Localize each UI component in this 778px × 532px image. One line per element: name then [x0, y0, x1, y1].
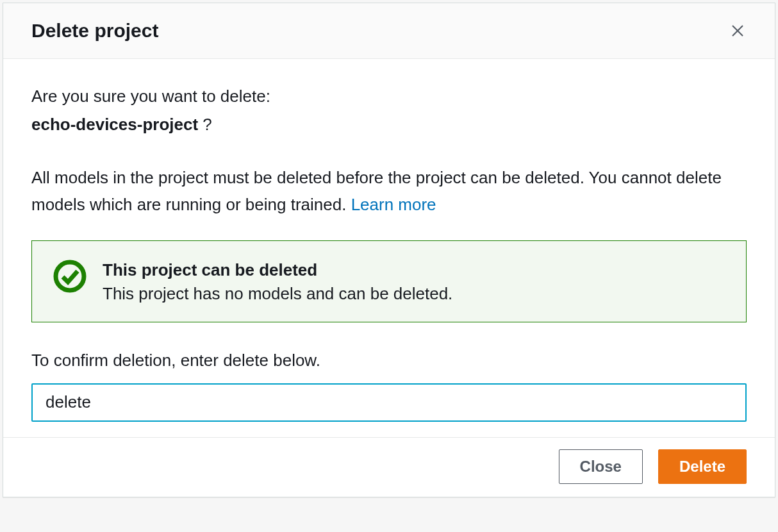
modal-body: Are you sure you want to delete: echo-de…	[3, 59, 775, 437]
project-name: echo-devices-project	[31, 115, 198, 134]
close-icon[interactable]	[729, 22, 747, 40]
project-line: echo-devices-project ?	[31, 113, 747, 137]
learn-more-link[interactable]: Learn more	[351, 195, 436, 214]
modal-header: Delete project	[3, 3, 775, 59]
alert-description: This project has no models and can be de…	[103, 284, 452, 304]
question-mark: ?	[198, 115, 212, 134]
alert-text: This project can be deleted This project…	[103, 259, 452, 304]
success-check-icon	[53, 259, 87, 294]
delete-project-modal: Delete project Are you sure you want to …	[3, 3, 775, 497]
delete-button[interactable]: Delete	[658, 449, 747, 484]
modal-title: Delete project	[31, 20, 158, 42]
success-alert: This project can be deleted This project…	[31, 240, 747, 322]
warning-text: All models in the project must be delete…	[31, 165, 747, 218]
close-button[interactable]: Close	[559, 449, 643, 484]
confirm-delete-input[interactable]	[31, 383, 747, 422]
delete-prompt: Are you sure you want to delete:	[31, 85, 747, 109]
svg-point-2	[56, 262, 84, 290]
modal-footer: Close Delete	[3, 437, 775, 497]
confirm-label: To confirm deletion, enter delete below.	[31, 351, 747, 370]
alert-title: This project can be deleted	[103, 260, 452, 280]
